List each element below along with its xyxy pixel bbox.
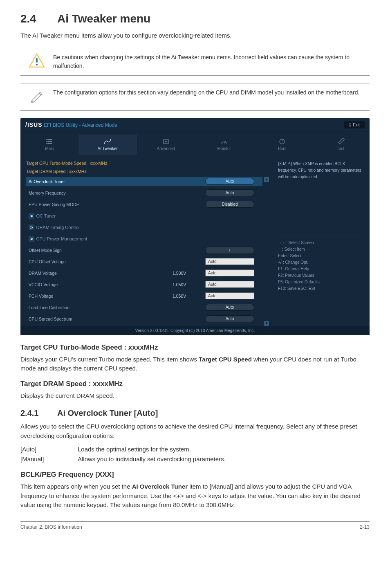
bios-main-pane: Target CPU Turbo-Mode Speed : xxxxMHz Ta… — [20, 155, 276, 326]
sub-heading-bclk: BCLK/PEG Frequency [XXX] — [20, 471, 370, 479]
expand-icon: > — [29, 213, 34, 219]
row-pch-voltage[interactable]: PCH Voltage 1.050V Auto — [26, 292, 262, 301]
bios-subtitle: EFI BIOS Utility - Advanced Mode — [44, 122, 117, 128]
sub-heading-target-cpu: Target CPU Turbo-Mode Speed : xxxxMHz — [20, 343, 370, 352]
bios-footer: Version 2.00.1201. Copyright (C) 2010 Am… — [20, 326, 370, 335]
page-footer: Chapter 2: BIOS information 2-13 — [20, 521, 370, 530]
legend-line: +/-: Change Opt. — [278, 259, 364, 266]
para: Allows you to select the CPU overclockin… — [20, 422, 370, 440]
intro-text: The Ai Tweaker menu items allow you to c… — [20, 31, 370, 40]
row-cpu-offset-voltage[interactable]: CPU Offset Voltage Auto — [26, 257, 262, 266]
tab-monitor[interactable]: Monitor — [195, 135, 253, 155]
gauge-icon — [197, 138, 251, 145]
row-label: Load-Line Calibration — [26, 304, 173, 311]
tab-label: Main — [22, 146, 77, 151]
dropdown-button[interactable]: Auto — [205, 189, 254, 196]
row-load-line-calibration[interactable]: Load-Line Calibration Auto — [26, 303, 262, 312]
legend-line: Enter: Select — [278, 253, 364, 259]
option-list: [Auto] Loads the optimal settings for th… — [20, 444, 370, 464]
subsection-name: Ai Overclock Tuner [Auto] — [57, 408, 158, 417]
bios-titlebar: /ISUS EFI BIOS Utility - Advanced Mode ⎘… — [20, 118, 370, 132]
footer-chapter: Chapter 2: BIOS information — [20, 524, 82, 530]
row-dram-timing-control[interactable]: >DRAM Timing Control — [26, 223, 262, 232]
svg-rect-2 — [46, 139, 47, 140]
note-text: The configuration options for this secti… — [53, 88, 368, 97]
exit-icon: ⎘ — [349, 123, 351, 127]
option-row: [Auto] Loads the optimal settings for th… — [20, 444, 370, 454]
row-cpu-power-management[interactable]: >CPU Power Management — [26, 234, 262, 243]
legend-line: ↑↓: Select Item — [278, 246, 364, 253]
legend-line: F5: Optimized Defaults — [278, 279, 364, 285]
tab-advanced[interactable]: Advanced — [137, 135, 195, 155]
row-oc-tuner[interactable]: >OC Tuner — [26, 211, 262, 220]
value-input[interactable]: Auto — [205, 281, 254, 288]
legend-line: F1: General Help — [278, 266, 364, 272]
scrollbar[interactable]: ▴ ▾ — [264, 177, 270, 326]
bios-window: /ISUS EFI BIOS Utility - Advanced Mode ⎘… — [20, 118, 370, 335]
row-offset-mode-sign[interactable]: Offset Mode Sign + — [26, 246, 262, 255]
dropdown-button[interactable]: Auto — [205, 304, 254, 311]
expand-icon: > — [29, 236, 34, 242]
value-input[interactable]: Auto — [205, 269, 254, 276]
tab-main[interactable]: Main — [20, 135, 78, 155]
scroll-up-icon[interactable]: ▴ — [264, 177, 269, 182]
dropdown-button[interactable]: + — [205, 247, 254, 254]
row-ai-overclock-tuner[interactable]: Ai Overclock Tuner Auto — [26, 177, 262, 186]
para: Displays your CPU's current Turbo mode s… — [20, 355, 370, 373]
row-label: >DRAM Timing Control — [26, 224, 262, 231]
section-title: 2.4Ai Tweaker menu — [20, 12, 370, 25]
target-dram-speed-label: Target DRAM Speed : xxxxMHz — [26, 169, 270, 174]
note-callout: The configuration options for this secti… — [20, 83, 370, 111]
subsection-title: 2.4.1Ai Overclock Tuner [Auto] — [20, 408, 370, 418]
option-row: [Manual] Allows you to individually set … — [20, 454, 370, 464]
tab-label: Monitor — [197, 146, 251, 151]
bios-body: Target CPU Turbo-Mode Speed : xxxxMHz Ta… — [20, 155, 370, 326]
performance-icon — [80, 138, 135, 145]
option-desc: Loads the optimal settings for the syste… — [78, 444, 191, 454]
row-label: CPU Spread Spectrum — [26, 315, 173, 323]
bold-text: AI Overclock Tuner — [132, 483, 188, 490]
legend-line: F10: Save ESC: Exit — [278, 285, 364, 292]
option-desc: Allows you to individually set overclock… — [78, 454, 226, 464]
row-label: PCH Voltage — [26, 292, 173, 300]
section-name: Ai Tweaker menu — [57, 12, 150, 25]
bios-tab-bar: Main Ai Tweaker Advanced Monitor Boot To… — [20, 132, 370, 155]
dropdown-button[interactable]: Auto — [205, 178, 254, 185]
row-label: VCCIO Voltage — [26, 281, 173, 288]
bold-text: Target CPU Speed — [199, 356, 252, 363]
scroll-down-icon[interactable]: ▾ — [264, 321, 269, 326]
chip-icon — [139, 138, 193, 145]
value-input[interactable]: Auto — [205, 258, 254, 265]
dropdown-button[interactable]: Auto — [205, 315, 254, 322]
pencil-icon — [29, 88, 53, 105]
tab-boot[interactable]: Boot — [253, 135, 311, 155]
row-label: DRAM Voltage — [26, 269, 173, 277]
para: This item appears only when you set the … — [20, 482, 370, 510]
exit-button[interactable]: ⎘ Exit — [344, 121, 365, 128]
warning-callout: Be cautious when changing the settings o… — [20, 48, 370, 76]
row-vccio-voltage[interactable]: VCCIO Voltage 1.050V Auto — [26, 280, 262, 289]
row-cpu-spread-spectrum[interactable]: CPU Spread Spectrum Auto — [26, 314, 262, 323]
target-cpu-speed-label: Target CPU Turbo-Mode Speed : xxxxMHz — [26, 161, 270, 166]
svg-rect-0 — [36, 58, 38, 63]
svg-rect-6 — [46, 143, 47, 144]
subsection-number: 2.4.1 — [20, 408, 57, 418]
list-icon — [22, 138, 77, 145]
dropdown-button[interactable]: Disabled — [205, 201, 254, 208]
svg-point-1 — [36, 63, 38, 65]
sub-heading-target-dram: Target DRAM Speed : xxxxMHz — [20, 380, 370, 388]
option-key: [Manual] — [20, 454, 78, 464]
row-epu-power-saving[interactable]: EPU Power Saving MODE Disabled — [26, 200, 262, 209]
svg-rect-4 — [46, 141, 47, 142]
exit-label: Exit — [353, 123, 360, 127]
tab-label: Boot — [255, 146, 309, 151]
para: Displays the current DRAM speed. — [20, 391, 370, 401]
row-dram-voltage[interactable]: DRAM Voltage 1.500V Auto — [26, 269, 262, 278]
value-input[interactable]: Auto — [205, 292, 254, 299]
legend-line: →←: Select Screen — [278, 240, 364, 246]
tab-ai-tweaker[interactable]: Ai Tweaker — [78, 135, 137, 155]
tab-tool[interactable]: Tool — [312, 135, 370, 155]
svg-point-9 — [165, 141, 167, 142]
row-memory-frequency[interactable]: Memory Frequency Auto — [26, 189, 262, 197]
bios-brand: /ISUS — [25, 121, 43, 128]
